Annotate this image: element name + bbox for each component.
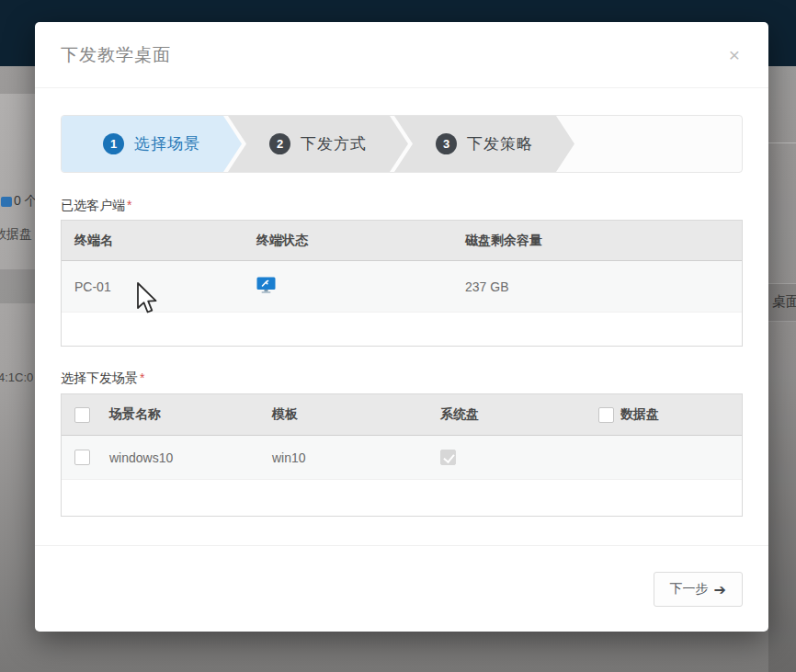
step-2-label: 下发方式 [301, 133, 367, 154]
bg-data-disk-label: 数据盘 [0, 226, 32, 243]
next-arrow-icon: ➔ [714, 581, 726, 598]
bg-left-toolbar-fragment [0, 66, 35, 94]
col-disk-remaining: 磁盘剩余容量 [465, 233, 742, 249]
select-all-checkbox[interactable] [74, 407, 90, 423]
step-2-number-badge: 2 [269, 133, 290, 154]
terminal-name-cell: PC-01 [62, 279, 256, 294]
col-system-disk: 系统盘 [440, 406, 598, 423]
col-template: 模板 [272, 406, 440, 423]
col-terminal-name: 终端名 [62, 233, 256, 249]
scene-table-header: 场景名称 模板 系统盘 数据盘 [62, 394, 742, 436]
step-3-label: 下发策略 [467, 133, 533, 154]
template-cell: win10 [272, 450, 440, 465]
col-terminal-status: 终端状态 [256, 233, 465, 249]
next-step-label: 下一步 [670, 581, 709, 598]
system-disk-checkbox [440, 450, 456, 465]
select-all-cell [62, 407, 109, 423]
dialog-title: 下发教学桌面 [61, 43, 171, 67]
dialog-body: 1 选择场景 2 下发方式 3 下发策略 已选客户端* 终端名 终端状态 磁盘剩… [35, 88, 768, 545]
data-disk-header-checkbox[interactable] [598, 407, 614, 423]
step-1-number-badge: 1 [103, 133, 124, 154]
scene-select-cell [62, 450, 109, 465]
scene-table-row[interactable]: windows10 win10 [62, 436, 742, 480]
step-1-label: 选择场景 [134, 133, 200, 154]
distribute-desktop-dialog: 下发教学桌面 × 1 选择场景 2 下发方式 3 下发策略 已选客户端* 终端名 [35, 22, 768, 632]
bg-desktop-column-label: 桌面 [772, 293, 796, 311]
selected-clients-table: 终端名 终端状态 磁盘剩余容量 PC-01 237 GB [61, 220, 743, 347]
col-scene-name: 场景名称 [109, 406, 272, 423]
client-table-row[interactable]: PC-01 237 GB [62, 261, 742, 313]
clients-table-header: 终端名 终端状态 磁盘剩余容量 [62, 221, 742, 261]
scene-table: 场景名称 模板 系统盘 数据盘 windows10 win10 [61, 393, 743, 517]
bg-client-count-text: 0 个 [14, 193, 38, 210]
data-disk-header-cell: 数据盘 [598, 406, 742, 423]
terminal-status-cell [256, 277, 465, 296]
dialog-header: 下发教学桌面 × [35, 22, 768, 88]
dialog-footer: 下一步 ➔ [35, 545, 768, 632]
scene-table-empty-area [62, 480, 742, 516]
step-distribute-method[interactable]: 2 下发方式 [228, 116, 408, 172]
bg-right-page-fragment [768, 66, 796, 672]
selected-clients-label: 已选客户端* [61, 198, 743, 214]
close-icon[interactable]: × [722, 44, 746, 68]
step-select-scene[interactable]: 1 选择场景 [62, 116, 242, 172]
step-3-number-badge: 3 [436, 133, 457, 154]
bg-mac-address-fragment: 4:1C:0 [0, 370, 33, 384]
required-asterisk: * [140, 370, 144, 385]
scene-name-cell: windows10 [109, 450, 272, 465]
disk-remaining-cell: 237 GB [465, 279, 742, 294]
bg-left-table-header-fragment [0, 269, 35, 303]
scene-row-checkbox[interactable] [74, 450, 90, 465]
step-wizard: 1 选择场景 2 下发方式 3 下发策略 [61, 115, 743, 173]
step-distribute-policy[interactable]: 3 下发策略 [394, 116, 574, 172]
bg-count-badge-icon [1, 197, 12, 207]
monitor-online-icon [256, 277, 276, 293]
col-data-disk: 数据盘 [620, 406, 659, 423]
bg-right-divider [768, 142, 796, 143]
required-asterisk: * [127, 198, 131, 212]
next-step-button[interactable]: 下一步 ➔ [654, 572, 743, 607]
select-scene-label: 选择下发场景* [61, 370, 743, 387]
clients-table-empty-area [62, 313, 742, 346]
system-disk-cell [440, 450, 598, 465]
